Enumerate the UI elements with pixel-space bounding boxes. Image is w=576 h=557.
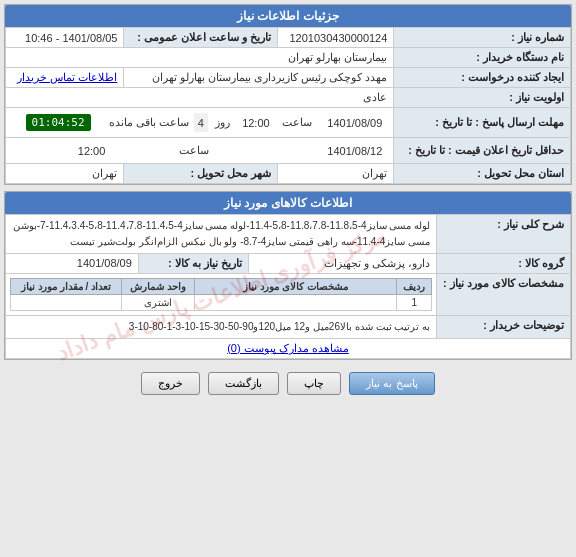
label-general-desc: شرح کلی نیاز : — [437, 215, 571, 254]
cell-unit: اشتری — [122, 295, 195, 311]
value-priority: عادی — [6, 88, 394, 108]
value-creator: مهدد کوچکی رئیس کازیرداری بیمارستان بهار… — [124, 68, 394, 88]
label-announce-date: تاریخ و ساعت اعلان عمومی : — [124, 28, 278, 48]
print-button[interactable]: چاپ — [287, 372, 341, 395]
value-buyer-name: بیمارستان بهارلو تهران — [6, 48, 394, 68]
label-creator: ایجاد کننده درخواست : — [394, 68, 571, 88]
docs-link[interactable]: مشاهده مدارک پیوست (0) — [227, 342, 349, 354]
countdown-timer: 01:04:52 — [26, 114, 91, 131]
cell-row-num: 1 — [397, 295, 432, 311]
min-time-val: 12:00 — [14, 143, 108, 158]
value-min-date: 1401/08/12 ساعت 12:00 — [6, 138, 394, 164]
col-header-spec: مشخصات کالای مورد نیاز — [194, 279, 396, 295]
label-deadline: مهلت ارسال پاسخ : تا تاریخ : — [394, 108, 571, 138]
value-request-number: 1201030430000124 — [278, 28, 394, 48]
label-goods-date: تاریخ نیاز به کالا : — [138, 254, 248, 274]
label-time-min: ساعت — [110, 143, 211, 158]
deadline-date: 1401/08/09 — [317, 113, 385, 132]
value-buyer-desc: به ترتیب ثبت شده بالا26میل و12 میل120و90… — [6, 316, 437, 339]
label-goods-spec: مشخصات کالای مورد نیاز : — [437, 274, 571, 316]
min-date-val: 1401/08/12 — [214, 143, 386, 158]
value-city: تهران — [6, 164, 124, 184]
goods-spec-container: مرکز فرآوری اطلاعات پارس مام داداد ردیف … — [6, 274, 437, 316]
buyer-contact-link[interactable]: اطلاعات تماس خریدار — [6, 68, 124, 88]
days-value: 4 — [194, 113, 208, 132]
goods-section-header: اطلاعات کالاهای مورد نیاز — [5, 192, 571, 214]
label-goods-group: گروه کالا : — [437, 254, 571, 274]
deadline-time: 12:00 — [235, 113, 273, 132]
label-remaining: ساعت باقی مانده — [96, 113, 192, 132]
submit-button[interactable]: پاسخ به نیاز — [349, 372, 434, 395]
label-priority: اولویت نیاز : — [394, 88, 571, 108]
label-province: استان محل تحویل : — [394, 164, 571, 184]
value-announce-date: 1401/08/05 - 10:46 — [6, 28, 124, 48]
table-row: 1 اشتری — [11, 295, 432, 311]
label-buyer-desc: توضیحات خریدار : — [437, 316, 571, 339]
value-goods-group: دارو، پزشکی و تجهیزات — [248, 254, 436, 274]
label-days: روز — [210, 113, 234, 132]
col-header-unit: واحد شمارش — [122, 279, 195, 295]
col-header-qty: تعداد / مقدار مورد نیاز — [11, 279, 122, 295]
label-min-date: حداقل تاریخ اعلان قیمت : تا تاریخ : — [394, 138, 571, 164]
label-city: شهر محل تحویل : — [124, 164, 278, 184]
info-section-header: جزئیات اطلاعات نیاز — [5, 5, 571, 27]
cell-spec — [194, 295, 396, 311]
label-request-number: شماره نیاز : — [394, 28, 571, 48]
value-general-desc: لوله مسی سایز4-11.8،5-11.8،7.8-5،8-11.4-… — [6, 215, 437, 254]
docs-link-cell[interactable]: مشاهده مدارک پیوست (0) — [6, 339, 571, 359]
exit-button[interactable]: خروج — [141, 372, 200, 395]
button-row: خروج بازگشت چاپ پاسخ به نیاز — [4, 366, 572, 401]
back-button[interactable]: بازگشت — [208, 372, 279, 395]
value-goods-date: 1401/08/09 — [6, 254, 139, 274]
value-deadline: 1401/08/09 ساعت 12:00 روز 4 ساعت باقی ما… — [6, 108, 394, 138]
value-province: تهران — [278, 164, 394, 184]
cell-quantity — [11, 295, 122, 311]
description-content: به ترتیب ثبت شده بالا26میل و12 میل120و90… — [129, 321, 430, 332]
label-buyer-name: نام دستگاه خریدار : — [394, 48, 571, 68]
col-header-row: ردیف — [397, 279, 432, 295]
label-time-deadline: ساعت — [275, 113, 315, 132]
contact-info-text[interactable]: اطلاعات تماس خریدار — [17, 71, 117, 83]
